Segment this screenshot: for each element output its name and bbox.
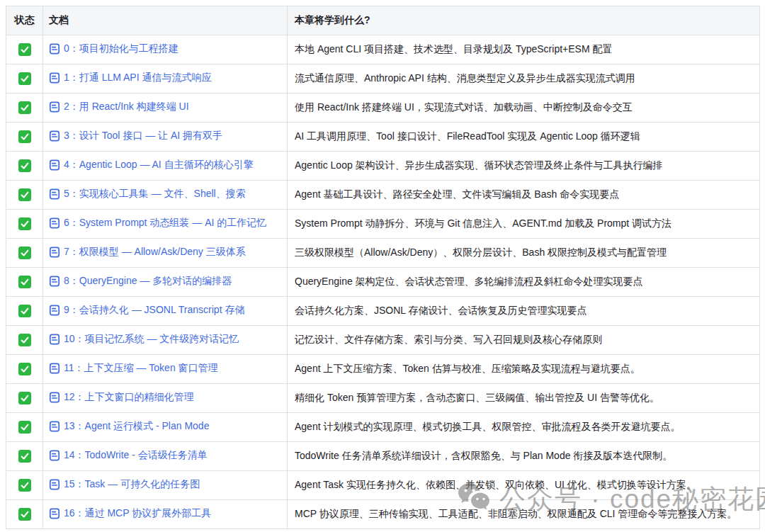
chapter-description: Agent 上下文压缩方案、Token 估算与校准、压缩策略及实现流程与避坑要点… bbox=[288, 355, 760, 384]
table-row: 7：权限模型 — Allow/Ask/Deny 三级体系 三级权限模型（Allo… bbox=[6, 239, 760, 268]
status-cell bbox=[6, 152, 43, 181]
doc-link[interactable]: 4：Agentic Loop — AI 自主循环的核心引擎 bbox=[49, 159, 254, 171]
document-cell: 6：System Prompt 动态组装 — AI 的工作记忆 bbox=[43, 210, 288, 239]
chapter-description: AI 工具调用原理、Tool 接口设计、FileReadTool 实现及 Age… bbox=[288, 123, 760, 152]
doc-link-label: 3：设计 Tool 接口 — 让 AI 拥有双手 bbox=[64, 130, 222, 142]
document-cell: 10：项目记忆系统 — 文件级跨对话记忆 bbox=[43, 326, 288, 355]
doc-link[interactable]: 3：设计 Tool 接口 — 让 AI 拥有双手 bbox=[49, 130, 222, 142]
chapter-description: 流式通信原理、Anthropic API 结构、消息类型定义及异步生成器实现流式… bbox=[288, 64, 760, 94]
status-cell bbox=[6, 326, 43, 355]
doc-link[interactable]: 9：会话持久化 — JSONL Transcript 存储 bbox=[49, 304, 244, 317]
document-icon bbox=[49, 421, 60, 432]
column-header-document: 文档 bbox=[43, 6, 288, 35]
check-done-icon bbox=[18, 130, 31, 143]
table-row: 2：用 React/Ink 构建终端 UI 使用 React/Ink 搭建终端 … bbox=[6, 94, 760, 123]
status-cell bbox=[6, 413, 43, 442]
table-row: 6：System Prompt 动态组装 — AI 的工作记忆 System P… bbox=[6, 210, 760, 239]
table-row: 4：Agentic Loop — AI 自主循环的核心引擎 Agentic Lo… bbox=[6, 152, 760, 181]
doc-link[interactable]: 0：项目初始化与工程搭建 bbox=[49, 43, 178, 55]
document-cell: 1：打通 LLM API 通信与流式响应 bbox=[43, 64, 288, 94]
table-row: 9：会话持久化 — JSONL Transcript 存储 会话持久化方案、JS… bbox=[6, 297, 760, 326]
chapter-description: MCP 协议原理、三种传输实现、工具适配、非阻塞启动、权限通配及 CLI 管理命… bbox=[288, 500, 760, 529]
document-icon bbox=[49, 334, 60, 345]
table-row: 0：项目初始化与工程搭建 本地 Agent CLI 项目搭建、技术选型、目录规划… bbox=[6, 35, 760, 64]
status-cell bbox=[6, 64, 43, 94]
chapter-description: TodoWrite 任务清单系统详细设计，含权限豁免、与 Plan Mode 衔… bbox=[288, 442, 760, 471]
doc-link[interactable]: 5：实现核心工具集 — 文件、Shell、搜索 bbox=[49, 188, 246, 200]
doc-link-label: 16：通过 MCP 协议扩展外部工具 bbox=[64, 507, 211, 520]
document-icon bbox=[49, 276, 60, 287]
check-done-icon bbox=[18, 72, 31, 85]
chapter-description: Agentic Loop 架构设计、异步生成器实现、循环状态管理及终止条件与工具… bbox=[288, 152, 760, 181]
table-row: 1：打通 LLM API 通信与流式响应 流式通信原理、Anthropic AP… bbox=[6, 64, 760, 94]
table-body: 0：项目初始化与工程搭建 本地 Agent CLI 项目搭建、技术选型、目录规划… bbox=[6, 35, 760, 529]
document-cell: 8：QueryEngine — 多轮对话的编排器 bbox=[43, 268, 288, 297]
doc-link[interactable]: 10：项目记忆系统 — 文件级跨对话记忆 bbox=[49, 333, 239, 346]
status-cell bbox=[6, 123, 43, 152]
doc-link[interactable]: 14：TodoWrite - 会话级任务清单 bbox=[49, 449, 208, 462]
doc-link-label: 7：权限模型 — Allow/Ask/Deny 三级体系 bbox=[64, 246, 246, 259]
doc-link[interactable]: 8：QueryEngine — 多轮对话的编排器 bbox=[49, 275, 232, 288]
table-row: 14：TodoWrite - 会话级任务清单 TodoWrite 任务清单系统详… bbox=[6, 442, 760, 471]
table-row: 16：通过 MCP 协议扩展外部工具 MCP 协议原理、三种传输实现、工具适配、… bbox=[6, 500, 760, 529]
doc-link[interactable]: 13：Agent 运行模式 - Plan Mode bbox=[49, 420, 209, 433]
check-done-icon bbox=[18, 450, 31, 463]
chapter-description: System Prompt 动静拆分、环境与 Git 信息注入、AGENT.md… bbox=[288, 210, 760, 239]
doc-link-label: 13：Agent 运行模式 - Plan Mode bbox=[64, 420, 209, 433]
document-cell: 9：会话持久化 — JSONL Transcript 存储 bbox=[43, 297, 288, 326]
doc-link-label: 12：上下文窗口的精细化管理 bbox=[64, 391, 194, 404]
table-row: 11：上下文压缩 — Token 窗口管理 Agent 上下文压缩方案、Toke… bbox=[6, 355, 760, 384]
chapter-description: 会话持久化方案、JSONL 存储设计、会话恢复及历史管理实现要点 bbox=[288, 297, 760, 326]
table-row: 3：设计 Tool 接口 — 让 AI 拥有双手 AI 工具调用原理、Tool … bbox=[6, 123, 760, 152]
document-cell: 11：上下文压缩 — Token 窗口管理 bbox=[43, 355, 288, 384]
doc-link-label: 0：项目初始化与工程搭建 bbox=[64, 43, 178, 55]
document-icon bbox=[49, 305, 60, 316]
chapter-description: 记忆设计、文件存储方案、索引与分类、写入召回规则及核心存储原则 bbox=[288, 326, 760, 355]
doc-link[interactable]: 11：上下文压缩 — Token 窗口管理 bbox=[49, 362, 218, 375]
status-cell bbox=[6, 181, 43, 210]
doc-link[interactable]: 1：打通 LLM API 通信与流式响应 bbox=[49, 72, 211, 84]
check-done-icon bbox=[18, 305, 31, 317]
chapter-description: 使用 React/Ink 搭建终端 UI，实现流式对话、加载动画、中断控制及命令… bbox=[288, 94, 760, 123]
check-done-icon bbox=[18, 479, 31, 492]
status-cell bbox=[6, 268, 43, 297]
status-cell bbox=[6, 35, 43, 64]
check-done-icon bbox=[18, 392, 31, 404]
document-icon bbox=[49, 479, 60, 490]
doc-link-label: 5：实现核心工具集 — 文件、Shell、搜索 bbox=[64, 188, 246, 200]
check-done-icon bbox=[18, 334, 31, 346]
doc-link[interactable]: 12：上下文窗口的精细化管理 bbox=[49, 391, 194, 404]
chapters-table: 状态 文档 本章将学到什么? bbox=[6, 6, 760, 529]
status-cell bbox=[6, 384, 43, 413]
table-header: 状态 文档 本章将学到什么? bbox=[6, 6, 760, 35]
check-done-icon bbox=[18, 101, 31, 114]
check-done-icon bbox=[18, 276, 31, 288]
doc-link[interactable]: 15：Task — 可持久化的任务图 bbox=[49, 478, 200, 491]
check-done-icon bbox=[18, 508, 31, 521]
column-header-status: 状态 bbox=[6, 6, 43, 35]
document-icon bbox=[49, 363, 60, 374]
check-done-icon bbox=[18, 247, 31, 259]
table-row: 13：Agent 运行模式 - Plan Mode Agent 计划模式的实现原… bbox=[6, 413, 760, 442]
chapter-description: QueryEngine 架构定位、会话状态管理、多轮编排流程及斜杠命令处理实现要… bbox=[288, 268, 760, 297]
doc-link-label: 1：打通 LLM API 通信与流式响应 bbox=[64, 72, 211, 84]
doc-link-label: 4：Agentic Loop — AI 自主循环的核心引擎 bbox=[64, 159, 254, 171]
document-cell: 16：通过 MCP 协议扩展外部工具 bbox=[43, 500, 288, 529]
document-page: 状态 文档 本章将学到什么? bbox=[0, 0, 765, 532]
document-cell: 12：上下文窗口的精细化管理 bbox=[43, 384, 288, 413]
chapter-description: 本地 Agent CLI 项目搭建、技术选型、目录规划及 TypeScript+… bbox=[288, 35, 760, 64]
document-icon bbox=[49, 247, 60, 258]
status-cell bbox=[6, 442, 43, 471]
check-done-icon bbox=[18, 363, 31, 375]
doc-link[interactable]: 16：通过 MCP 协议扩展外部工具 bbox=[49, 507, 211, 520]
document-icon bbox=[49, 508, 60, 519]
doc-link-label: 2：用 React/Ink 构建终端 UI bbox=[64, 101, 189, 113]
doc-link[interactable]: 2：用 React/Ink 构建终端 UI bbox=[49, 101, 189, 113]
doc-link[interactable]: 6：System Prompt 动态组装 — AI 的工作记忆 bbox=[49, 217, 266, 230]
doc-link-label: 9：会话持久化 — JSONL Transcript 存储 bbox=[64, 304, 244, 317]
status-cell bbox=[6, 355, 43, 384]
document-icon bbox=[49, 130, 60, 142]
document-icon bbox=[49, 43, 60, 55]
status-cell bbox=[6, 94, 43, 123]
doc-link[interactable]: 7：权限模型 — Allow/Ask/Deny 三级体系 bbox=[49, 246, 246, 259]
